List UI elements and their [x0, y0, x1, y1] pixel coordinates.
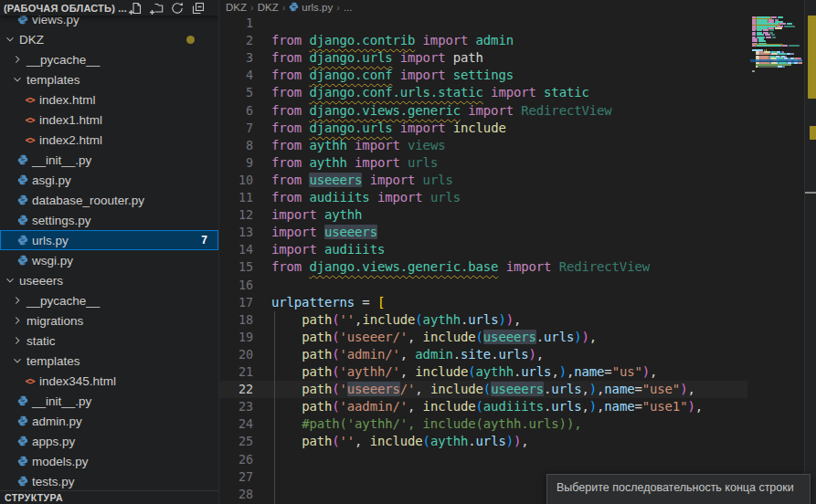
code-line-2[interactable]: 2from django.contrib import admin [219, 32, 747, 49]
tree-item-__pycache__[interactable]: __pycache__ [0, 290, 218, 310]
tree-item-__init__.py[interactable]: __init__.py [0, 391, 218, 411]
line-number[interactable]: 20 [219, 346, 253, 363]
tree-item-index.html[interactable]: <>index.html [0, 89, 218, 110]
overview-ruler[interactable] [804, 0, 816, 504]
tree-item-static[interactable]: static [0, 331, 218, 351]
code-line-6[interactable]: 6from django.views.generic import Redire… [219, 102, 747, 120]
code-line-11[interactable]: 11from audiiits import urls [219, 189, 747, 206]
code-line-13[interactable]: 13import useeers [219, 224, 747, 241]
tree-item-database_roouter.py[interactable]: database_roouter.py [0, 190, 218, 210]
chevron-down-icon[interactable] [4, 33, 16, 46]
code-line-3[interactable]: 3from django.urls import path [219, 49, 747, 67]
line-number[interactable]: 7 [219, 120, 253, 137]
line-number[interactable]: 5 [219, 84, 253, 101]
chevron-right-icon[interactable] [11, 314, 24, 327]
line-number[interactable]: 9 [219, 154, 253, 172]
code-line-23[interactable]: 23 path('aadmin/', include(audiiits.urls… [219, 398, 747, 415]
line-number[interactable]: 1 [219, 15, 253, 32]
code-line-25[interactable]: 25 path('', include(aythh.urls)), [219, 433, 747, 450]
code-line-12[interactable]: 12import aythh [219, 206, 747, 224]
tree-item-DKZ[interactable]: DKZ [0, 29, 218, 49]
tree-item-admin.py[interactable]: admin.py [0, 411, 218, 431]
tree-item-index1.html[interactable]: <>index1.html [0, 110, 218, 130]
line-number[interactable]: 25 [219, 433, 253, 450]
minimap[interactable] [750, 0, 802, 504]
code-line-14[interactable]: 14import audiiits [219, 241, 747, 258]
tree-item-__pycache__[interactable]: __pycache__ [0, 49, 218, 69]
line-number[interactable]: 24 [219, 415, 253, 433]
line-number[interactable]: 11 [219, 189, 253, 206]
line-number[interactable]: 22 [219, 381, 253, 398]
line-number[interactable]: 13 [219, 224, 253, 241]
line-number[interactable]: 14 [219, 241, 253, 258]
explorer-section-header[interactable]: (РАБОЧАЯ ОБЛАСТЬ) ... [0, 0, 218, 16]
code-text: from django.views.generic.base import Re… [271, 258, 650, 276]
tree-item-urls.py[interactable]: urls.py7 [0, 230, 218, 250]
new-file-icon[interactable] [128, 1, 143, 16]
eol-tooltip: Выберите последовательность конца строки [546, 474, 811, 504]
code-line-4[interactable]: 4from django.conf import settings [219, 67, 747, 84]
line-number[interactable]: 19 [219, 329, 253, 346]
line-number[interactable]: 4 [219, 67, 253, 84]
chevron-right-icon[interactable] [11, 294, 24, 307]
new-folder-icon[interactable] [149, 1, 164, 16]
code-line-1[interactable]: 1 [219, 15, 747, 32]
tree-item-templates[interactable]: templates [0, 351, 218, 371]
code-line-18[interactable]: 18 path('',include(aythh.urls)), [219, 311, 747, 329]
line-number[interactable]: 6 [219, 102, 253, 120]
tree-item-models.py[interactable]: models.py [0, 451, 218, 471]
line-number[interactable]: 2 [219, 32, 253, 49]
code-line-19[interactable]: 19 path('useeer/', include(useeers.urls)… [219, 329, 747, 346]
python-file-icon [16, 254, 28, 267]
line-number[interactable]: 8 [219, 137, 253, 154]
code-line-7[interactable]: 7from django.urls import include [219, 120, 747, 137]
code-line-17[interactable]: 17urlpatterns = [ [219, 294, 747, 311]
chevron-down-icon[interactable] [11, 354, 24, 367]
code-line-20[interactable]: 20 path('admin/', admin.site.urls), [219, 346, 747, 363]
chevron-down-icon[interactable] [4, 274, 16, 287]
line-number[interactable]: 17 [219, 294, 253, 311]
line-number[interactable]: 21 [219, 363, 253, 381]
code-line-5[interactable]: 5from django.conf.urls.static import sta… [219, 84, 747, 101]
code-line-21[interactable]: 21 path('aythh/', include(aythh.urls,),n… [219, 363, 747, 381]
line-number[interactable]: 23 [219, 398, 253, 415]
code-text: from django.urls import include [271, 120, 506, 137]
line-number[interactable]: 10 [219, 172, 253, 189]
code-line-9[interactable]: 9from aythh import urls [219, 154, 747, 172]
chevron-right-icon[interactable] [11, 53, 24, 66]
tree-item-label: useeers [19, 274, 63, 288]
line-number[interactable]: 26 [219, 451, 253, 468]
line-number[interactable]: 15 [219, 258, 253, 276]
code-line-26[interactable]: 26 [219, 451, 747, 468]
line-number[interactable]: 27 [219, 468, 253, 486]
tree-item-index2.html[interactable]: <>index2.html [0, 130, 218, 150]
chevron-down-icon[interactable] [11, 73, 24, 86]
code-line-16[interactable]: 16 [219, 277, 747, 294]
code-line-10[interactable]: 10from useeers import urls [219, 172, 747, 189]
line-number[interactable]: 12 [219, 206, 253, 224]
tree-item-apps.py[interactable]: apps.py [0, 431, 218, 451]
outline-section-header[interactable]: СТРУКТУРА [0, 490, 218, 504]
editor-pane[interactable]: DKZ›DKZ›urls.py›... 12from django.contri… [219, 0, 816, 504]
code-line-15[interactable]: 15from django.views.generic.base import … [219, 258, 747, 276]
tree-item-index345.html[interactable]: <>index345.html [0, 371, 218, 391]
tree-item-__init__.py[interactable]: __init__.py [0, 150, 218, 170]
code-line-24[interactable]: 24 #path('aythh/', include(aythh.urls)), [219, 415, 747, 433]
line-number[interactable]: 3 [219, 49, 253, 67]
line-number[interactable]: 18 [219, 311, 253, 329]
tree-item-wsgi.py[interactable]: wsgi.py [0, 250, 218, 270]
tree-item-settings.py[interactable]: settings.py [0, 210, 218, 230]
line-number[interactable]: 28 [219, 486, 253, 503]
refresh-explorer-icon[interactable] [170, 1, 185, 16]
tree-item-asgi.py[interactable]: asgi.py [0, 170, 218, 190]
code-line-22[interactable]: 22 path('useeers/', include(useeers.urls… [219, 381, 747, 398]
chevron-right-icon[interactable] [11, 334, 24, 347]
tree-item-useeers[interactable]: useeers [0, 270, 218, 290]
code-area[interactable]: 12from django.contrib import admin3from … [219, 0, 816, 504]
tree-item-templates[interactable]: templates [0, 69, 218, 89]
collapse-folders-icon[interactable] [191, 1, 206, 16]
line-number[interactable]: 16 [219, 277, 253, 294]
tree-item-migrations[interactable]: migrations [0, 310, 218, 331]
code-line-8[interactable]: 8from aythh import views [219, 137, 747, 154]
tree-item-tests.py[interactable]: tests.py [0, 471, 218, 491]
